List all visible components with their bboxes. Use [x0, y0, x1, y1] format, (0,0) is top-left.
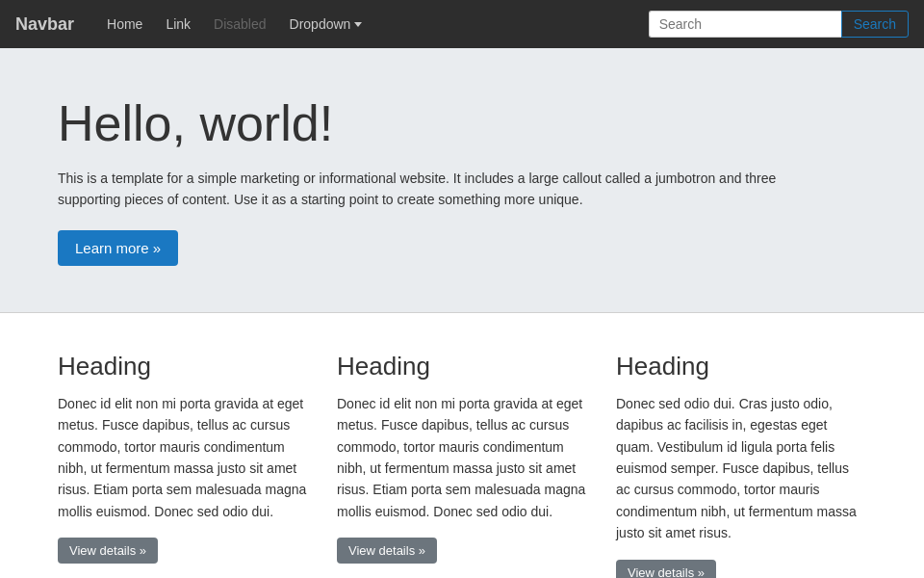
jumbotron-heading: Hello, world! [58, 94, 866, 152]
navbar: Navbar Home Link Disabled Dropdown Searc… [0, 0, 924, 48]
dropdown-label: Dropdown [290, 16, 351, 32]
nav-link-disabled: Disabled [204, 11, 275, 38]
nav-link-link[interactable]: Link [156, 11, 200, 38]
search-button[interactable]: Search [841, 11, 909, 38]
jumbotron: Hello, world! This is a template for a s… [0, 48, 924, 312]
column-3: Heading Donec sed odio dui. Cras justo o… [616, 352, 866, 578]
column-2-body: Donec id elit non mi porta gravida at eg… [337, 393, 587, 522]
column-1-body: Donec id elit non mi porta gravida at eg… [58, 393, 308, 522]
navbar-search: Search [649, 11, 909, 38]
column-2-heading: Heading [337, 352, 587, 381]
nav-link-dropdown[interactable]: Dropdown [280, 11, 372, 38]
nav-links: Home Link Disabled Dropdown [97, 11, 649, 38]
jumbotron-description: This is a template for a simple marketin… [58, 168, 808, 211]
search-input[interactable] [649, 11, 841, 38]
column-3-body: Donec sed odio dui. Cras justo odio, dap… [616, 393, 866, 544]
column-2: Heading Donec id elit non mi porta gravi… [337, 352, 616, 578]
view-details-button-2[interactable]: View details » [337, 538, 437, 564]
learn-more-button[interactable]: Learn more » [58, 230, 178, 266]
view-details-button-3[interactable]: View details » [616, 560, 716, 578]
column-1-heading: Heading [58, 352, 308, 381]
navbar-brand: Navbar [15, 14, 74, 35]
view-details-button-1[interactable]: View details » [58, 538, 158, 564]
nav-link-home[interactable]: Home [97, 11, 152, 38]
column-3-heading: Heading [616, 352, 866, 381]
dropdown-caret-icon [354, 22, 362, 27]
content-columns: Heading Donec id elit non mi porta gravi… [0, 313, 924, 578]
column-1: Heading Donec id elit non mi porta gravi… [58, 352, 337, 578]
